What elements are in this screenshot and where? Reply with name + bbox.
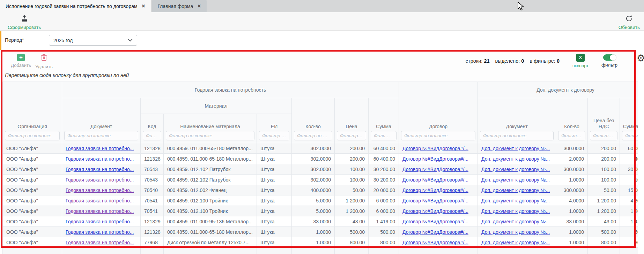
addendum-link[interactable]: Доп. документ к договору №... [481, 177, 550, 183]
annual-request-link[interactable]: Годовая заявка на потребно... [66, 167, 134, 172]
annual-request-link[interactable]: Годовая заявка на потребно... [66, 240, 134, 245]
filter-input-document[interactable] [64, 131, 138, 140]
contract-link[interactable]: Договор №#ВидДоговора#/... [402, 198, 468, 203]
filter-input-contract[interactable] [401, 131, 475, 140]
cell-code: 70543 [141, 164, 164, 175]
add-button[interactable]: + Добавить [9, 54, 32, 68]
addendum-link[interactable]: Доп. документ к договору №... [481, 219, 550, 224]
annual-request-link[interactable]: Годовая заявка на потребно... [66, 177, 134, 183]
filter-input-price-without-vat[interactable] [590, 131, 617, 140]
col-header-document[interactable]: Документ [62, 98, 141, 143]
cell-code: 121329 [141, 216, 164, 227]
cell-org: ООО "Альфа" [3, 143, 62, 154]
filter-input-code[interactable] [143, 131, 161, 140]
contract-link[interactable]: Договор №#ВидДоговора#/... [402, 156, 468, 162]
cell-unit: Штука [257, 216, 292, 227]
refresh-button[interactable]: Обновить [619, 15, 640, 30]
annual-request-link[interactable]: Годовая заявка на потребно... [66, 208, 134, 214]
addendum-link[interactable]: Доп. документ к договору №... [481, 146, 550, 151]
cell-price: 1 200.00 [335, 206, 369, 216]
annual-request-link[interactable]: Годовая заявка на потребно... [66, 187, 134, 193]
cell-unit: Штука [257, 164, 292, 175]
cell-dop_sum: 60 000.00 [620, 143, 638, 154]
filter-input-qty[interactable] [294, 131, 332, 140]
tab-main-form[interactable]: Главная форма ✕ [152, 0, 207, 12]
filter-input-unit[interactable] [259, 131, 289, 140]
contract-link[interactable]: Договор №#ВидДоговора#/... [402, 240, 468, 245]
cell-price: 200.00 [335, 154, 369, 164]
addendum-link[interactable]: Доп. документ к договору №... [481, 240, 550, 245]
gear-icon[interactable]: ⚙ [637, 53, 644, 63]
filter-input-vat-sum[interactable] [622, 131, 638, 140]
cell-dop_doc: Доп. документ к договору №... [478, 206, 556, 216]
tab-annual-request-execution[interactable]: Исполнение годовой заявки на потребность… [0, 0, 151, 12]
addendum-link[interactable]: Доп. документ к договору №... [481, 198, 550, 203]
col-header-qty[interactable]: Кол-во [292, 98, 335, 143]
period-select[interactable]: 2025 год [49, 35, 137, 46]
cell-dop_sum: 800.00 [620, 237, 638, 248]
tab-label: Исполнение годовой заявки на потребность… [6, 3, 138, 9]
export-button[interactable]: X экспорт [570, 54, 591, 68]
annual-request-link[interactable]: Годовая заявка на потребно... [66, 198, 134, 203]
contract-link[interactable]: Договор №#ВидДоговора#/... [402, 219, 468, 224]
filter-input-material-name[interactable] [166, 131, 254, 140]
annual-request-link[interactable]: Годовая заявка на потребно... [66, 156, 134, 162]
cell-dop_qty: 1.0000 [556, 175, 588, 185]
filter-input-addendum-document[interactable] [480, 131, 554, 140]
cell-code: 121328 [141, 154, 164, 164]
generate-button[interactable]: Сформировать [8, 15, 41, 30]
contract-link[interactable]: Договор №#ВидДоговора#/... [402, 167, 468, 172]
filter-input-sum[interactable] [371, 131, 397, 140]
col-header-organization[interactable]: Организация [3, 82, 62, 143]
col-header-contract[interactable]: Договор [399, 82, 478, 143]
filter-input-price[interactable] [337, 131, 366, 140]
contract-link[interactable]: Договор №#ВидДоговора#/... [402, 187, 468, 193]
col-header-price[interactable]: Цена [335, 98, 369, 143]
table-row[interactable]: ООО "Альфа"Годовая заявка на потребно...… [3, 154, 638, 164]
cell-org: ООО "Альфа" [3, 164, 62, 175]
filter-toggle[interactable]: фильтр [599, 54, 620, 68]
contract-link[interactable]: Договор №#ВидДоговора#/... [402, 229, 468, 235]
trash-icon [41, 54, 47, 63]
col-header-unit[interactable]: ЕИ [257, 114, 292, 143]
col-header-code[interactable]: Код [141, 114, 164, 143]
cell-dop_sum: 100.00 [620, 175, 638, 185]
close-icon[interactable]: ✕ [197, 3, 201, 9]
filter-label: фильтр [601, 62, 617, 68]
delete-button[interactable]: Удалить [32, 54, 55, 69]
cell-dop_qty: 4.0000 [556, 195, 588, 206]
table-row-empty [3, 248, 638, 254]
table-row[interactable]: ООО "Альфа"Годовая заявка на потребно...… [3, 237, 638, 248]
table-row[interactable]: ООО "Альфа"Годовая заявка на потребно...… [3, 164, 638, 175]
filter-input-addendum-qty[interactable] [558, 131, 585, 140]
table-row[interactable]: ООО "Альфа"Годовая заявка на потребно...… [3, 195, 638, 206]
table-row[interactable]: ООО "Альфа"Годовая заявка на потребно...… [3, 143, 638, 154]
annual-request-link[interactable]: Годовая заявка на потребно... [66, 219, 134, 224]
contract-link[interactable]: Договор №#ВидДоговора#/... [402, 208, 468, 214]
addendum-link[interactable]: Доп. документ к договору №... [481, 156, 550, 162]
addendum-link[interactable]: Доп. документ к договору №... [481, 167, 550, 172]
filter-input-organization[interactable] [5, 131, 60, 140]
col-header-sum[interactable]: Сумма [369, 98, 399, 143]
addendum-link[interactable]: Доп. документ к договору №... [481, 208, 550, 214]
addendum-link[interactable]: Доп. документ к договору №... [481, 229, 550, 235]
table-row[interactable]: ООО "Альфа"Годовая заявка на потребно...… [3, 216, 638, 227]
close-icon[interactable]: ✕ [142, 3, 146, 9]
toggle-switch-on[interactable] [603, 54, 616, 61]
col-header-vat-sum[interactable]: Сумма НДС [620, 98, 638, 143]
col-header-addendum-document[interactable]: Документ [478, 98, 556, 143]
col-header-price-without-vat[interactable]: Цена без НДС [588, 98, 620, 143]
table-row[interactable]: ООО "Альфа"Годовая заявка на потребно...… [3, 227, 638, 237]
cell-dop_sum: 1 200.00 [620, 206, 638, 216]
cell-dop_qty: 1.0000 [556, 227, 588, 237]
col-header-material-name[interactable]: Наименование материала [164, 114, 257, 143]
contract-link[interactable]: Договор №#ВидДоговора#/... [402, 146, 468, 151]
table-row[interactable]: ООО "Альфа"Годовая заявка на потребно...… [3, 175, 638, 185]
annual-request-link[interactable]: Годовая заявка на потребно... [66, 229, 134, 235]
table-row[interactable]: ООО "Альфа"Годовая заявка на потребно...… [3, 206, 638, 216]
contract-link[interactable]: Договор №#ВидДоговора#/... [402, 177, 468, 183]
annual-request-link[interactable]: Годовая заявка на потребно... [66, 146, 134, 151]
table-row[interactable]: ООО "Альфа"Годовая заявка на потребно...… [3, 185, 638, 195]
col-header-addendum-qty[interactable]: Кол-во [556, 98, 588, 143]
addendum-link[interactable]: Доп. документ к договору №... [481, 187, 550, 193]
